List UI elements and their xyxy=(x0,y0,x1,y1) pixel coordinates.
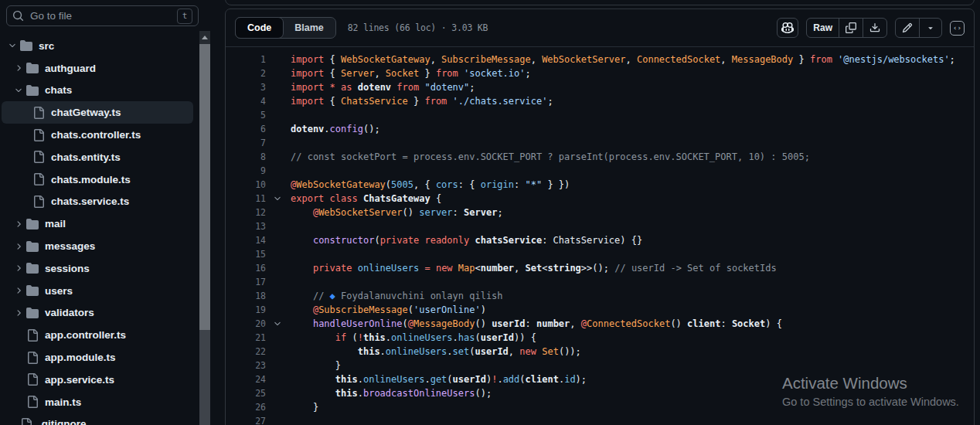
code-token: , xyxy=(430,54,441,65)
tree-item-sessions[interactable]: sessions xyxy=(2,257,193,280)
line-number[interactable]: 8 xyxy=(226,150,266,164)
line-number[interactable]: 20 xyxy=(226,317,266,331)
tree-item-validators[interactable]: validators xyxy=(2,302,193,325)
code-token: userId xyxy=(475,346,508,357)
tree-item-chats[interactable]: chats xyxy=(2,80,193,102)
code-token: , xyxy=(374,68,385,79)
line-number[interactable]: 11 xyxy=(226,192,266,206)
tab-code[interactable]: Code xyxy=(235,17,284,39)
code-token: this xyxy=(363,332,386,343)
chevron-down-icon[interactable] xyxy=(11,86,26,95)
line-number[interactable]: 17 xyxy=(226,275,266,289)
raw-button[interactable]: Raw xyxy=(807,19,839,37)
line-number[interactable]: 19 xyxy=(226,303,266,317)
line-number[interactable]: 26 xyxy=(226,400,266,414)
symbols-panel-button[interactable]: ‹› xyxy=(950,21,965,36)
line-number[interactable]: 10 xyxy=(226,178,266,192)
line-number[interactable]: 7 xyxy=(226,136,266,150)
code-token: = xyxy=(424,263,430,274)
tree-item-app-service-ts[interactable]: app.service.ts xyxy=(2,369,193,391)
line-number[interactable]: 3 xyxy=(226,80,266,94)
code-token: dotenv xyxy=(358,82,391,93)
fold-spacer xyxy=(266,80,291,94)
tab-blame[interactable]: Blame xyxy=(283,18,335,38)
code-token: import xyxy=(291,54,324,65)
code-token: , xyxy=(509,346,519,357)
edit-pencil-icon xyxy=(902,22,913,33)
edit-file-button[interactable] xyxy=(896,19,919,37)
fold-spacer xyxy=(266,178,291,192)
fold-spacer xyxy=(266,372,291,386)
chevron-right-icon[interactable] xyxy=(11,286,26,295)
fold-toggle-icon[interactable] xyxy=(266,317,291,331)
tree-item-app-controller-ts[interactable]: app.controller.ts xyxy=(2,324,193,346)
code-token: onlineUsers xyxy=(391,332,452,343)
line-number[interactable]: 1 xyxy=(226,53,266,66)
code-token: . xyxy=(497,374,502,385)
code-token: ( xyxy=(403,318,408,329)
line-number[interactable]: 25 xyxy=(226,386,266,400)
code-text: // ◆ Foydalanuvchini onlayn qilish xyxy=(291,289,503,303)
tree-item-label: chatGetway.ts xyxy=(51,107,121,118)
chevron-right-icon[interactable] xyxy=(11,264,26,273)
line-number[interactable]: 18 xyxy=(226,289,266,303)
tree-item-chats-controller-ts[interactable]: chats.controller.ts xyxy=(2,124,193,146)
tree-item-mail[interactable]: mail xyxy=(2,212,193,235)
code-token xyxy=(335,82,341,93)
line-number[interactable]: 5 xyxy=(226,108,266,122)
code-line: 9 xyxy=(226,164,974,178)
copilot-button[interactable] xyxy=(777,18,798,38)
line-number[interactable]: 9 xyxy=(226,164,266,178)
line-number[interactable]: 4 xyxy=(226,94,266,108)
download-raw-button[interactable] xyxy=(863,19,886,37)
code-token: . xyxy=(453,332,458,343)
sidebar-scrollbar[interactable] xyxy=(199,31,210,425)
chevron-down-icon[interactable] xyxy=(5,41,20,50)
tree-item-authguard[interactable]: authguard xyxy=(2,57,193,80)
tree-item-chats-entity-ts[interactable]: chats.entity.ts xyxy=(2,146,193,168)
chevron-right-icon[interactable] xyxy=(11,63,26,73)
go-to-file-search[interactable]: Go to file t xyxy=(6,5,199,26)
code-token: WebSocketServer xyxy=(318,207,402,218)
tree-item-src[interactable]: src xyxy=(2,35,193,57)
tree-item-main-ts[interactable]: main.ts xyxy=(2,391,193,413)
code-text: @SubscribeMessage('userOnline') xyxy=(291,303,486,317)
line-number[interactable]: 22 xyxy=(226,345,266,359)
code-token xyxy=(291,374,335,385)
line-number[interactable]: 13 xyxy=(226,219,266,233)
line-number[interactable]: 23 xyxy=(226,359,266,372)
code-token: ConnectedSocket xyxy=(637,54,720,65)
line-number[interactable]: 27 xyxy=(226,414,266,425)
tree-item-app-module-ts[interactable]: app.module.ts xyxy=(2,346,193,369)
symbols-panel-icon: ‹› xyxy=(953,24,961,32)
tree-item--gitignore[interactable]: .gitignore xyxy=(2,413,193,425)
code-token: . xyxy=(358,388,363,399)
line-number[interactable]: 21 xyxy=(226,331,266,345)
code-line: 14 constructor(private readonly chatsSer… xyxy=(226,233,974,247)
tree-item-chats-service-ts[interactable]: chats.service.ts xyxy=(2,191,193,213)
fold-spacer xyxy=(266,108,291,122)
code-lines: 1import { WebSocketGateway, SubscribeMes… xyxy=(226,53,974,425)
line-number[interactable]: 16 xyxy=(226,261,266,275)
line-number[interactable]: 12 xyxy=(226,206,266,219)
chevron-right-icon[interactable] xyxy=(11,242,26,251)
edit-dropdown-button[interactable] xyxy=(919,19,941,37)
tree-item-chatgetway-ts[interactable]: chatGetway.ts xyxy=(2,101,193,124)
line-number[interactable]: 14 xyxy=(226,233,266,247)
chevron-right-icon[interactable] xyxy=(11,219,26,229)
code-token: userId xyxy=(453,374,486,385)
tree-item-messages[interactable]: messages xyxy=(2,235,193,257)
tree-item-chats-module-ts[interactable]: chats.module.ts xyxy=(2,168,193,191)
line-number[interactable]: 15 xyxy=(226,247,266,261)
chevron-right-icon[interactable] xyxy=(11,308,26,318)
scrollbar-up-button[interactable] xyxy=(199,31,210,44)
scrollbar-thumb[interactable] xyxy=(199,44,210,330)
copy-raw-button[interactable] xyxy=(839,19,863,37)
line-number[interactable]: 2 xyxy=(226,66,266,80)
code-token: './chats.service' xyxy=(453,96,548,107)
code-line: 27 xyxy=(226,414,974,425)
line-number[interactable]: 6 xyxy=(226,122,266,136)
tree-item-users[interactable]: users xyxy=(2,280,193,302)
line-number[interactable]: 24 xyxy=(226,372,266,386)
fold-toggle-icon[interactable] xyxy=(266,192,291,206)
